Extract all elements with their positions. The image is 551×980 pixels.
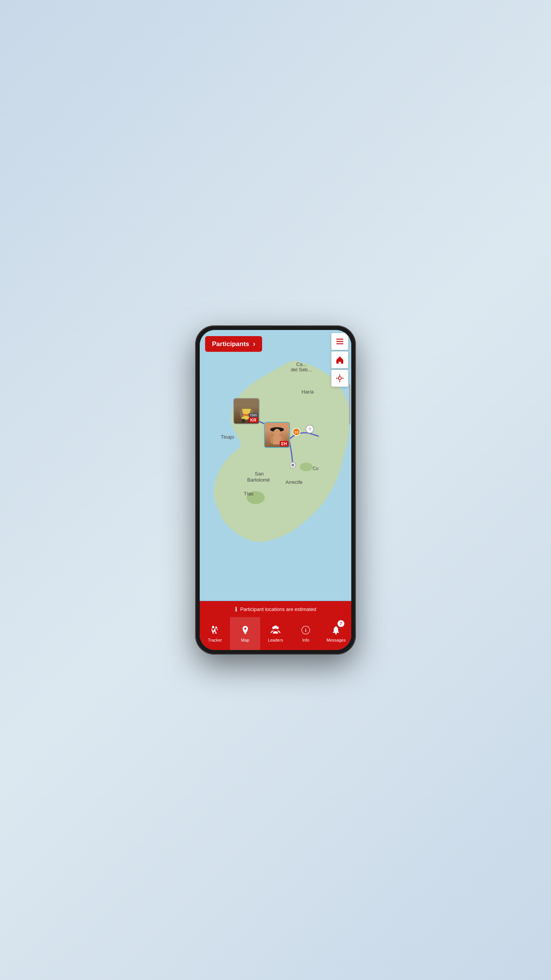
svg-point-37 [215,626,217,628]
nav-info[interactable]: i Info [291,617,321,650]
svg-point-1 [247,491,265,504]
info-circle-icon: ℹ [235,606,237,613]
svg-point-38 [244,627,246,629]
participants-label: Participants [212,340,249,348]
notification-text: Participant locations are estimated [240,606,316,612]
map-label-nav: Map [241,638,249,642]
svg-text:⏱: ⏱ [308,427,311,431]
tracker-icon [210,625,220,637]
marker-kr-photo: PAIN KR T560 [233,398,259,424]
messages-badge: 7 [337,620,344,627]
svg-text:i: i [305,627,306,633]
scroll-bar [349,384,350,425]
marker-eh[interactable]: EH [264,422,290,448]
svg-text:10: 10 [294,430,298,434]
kr-sublabel: T560 [249,413,258,417]
notification-bar: ℹ Participant locations are estimated [200,601,351,617]
chevron-right-icon: › [253,340,255,348]
svg-point-2 [300,462,313,471]
map-pin-icon [240,625,250,637]
phone-screen: 6 10 ⏱ Ca... del Seb... Haría Tinajo San… [200,330,351,650]
svg-point-36 [212,626,214,628]
svg-point-45 [335,632,337,634]
menu-button[interactable] [331,333,348,350]
marker-eh-photo: EH [264,422,290,448]
kr-label: KR [249,417,258,423]
map-area[interactable]: 6 10 ⏱ Ca... del Seb... Haría Tinajo San… [200,330,351,600]
phone-frame: 6 10 ⏱ Ca... del Seb... Haría Tinajo San… [195,325,356,655]
nav-leaders[interactable]: Leaders [260,617,290,650]
svg-rect-20 [241,419,245,423]
tracker-label: Tracker [208,638,222,642]
nav-messages[interactable]: 7 Messages [321,617,351,650]
nav-tracker[interactable]: Tracker [200,617,230,650]
svg-point-8 [291,464,294,467]
info-label: Info [302,638,309,642]
locate-button[interactable] [331,370,348,387]
marker-kr[interactable]: PAIN KR T560 [233,398,259,424]
svg-point-24 [274,429,280,436]
info-icon: i [301,625,311,637]
home-button[interactable] [331,351,348,368]
leaders-icon [270,625,281,637]
participants-button[interactable]: Participants › [205,336,262,352]
leaders-label: Leaders [268,638,283,642]
eh-label: EH [280,441,289,446]
messages-label: Messages [326,638,346,642]
svg-point-15 [243,401,250,409]
right-sidebar [331,333,348,387]
svg-rect-26 [270,436,274,444]
nav-map[interactable]: Map [230,617,260,650]
svg-point-41 [274,626,277,629]
svg-point-31 [338,377,341,380]
bottom-nav: Tracker Map [200,617,351,650]
